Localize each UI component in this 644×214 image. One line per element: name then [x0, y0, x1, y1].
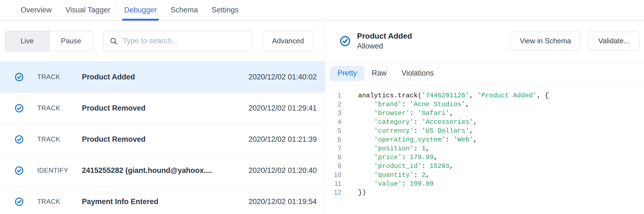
- event-list: TRACK Product Added 2020/12/02 01:40:02 …: [0, 61, 325, 213]
- search-input[interactable]: [123, 37, 246, 45]
- code-line: 7 'position': 1,: [325, 144, 644, 153]
- code-line: 5 'currency': 'US Dollars',: [325, 126, 644, 135]
- line-number: 11: [325, 180, 341, 188]
- line-number: 10: [325, 171, 341, 179]
- line-number: 6: [325, 136, 341, 143]
- check-circle-icon: [15, 197, 24, 206]
- code-viewer: 1 analytics.track('7446291126', 'Product…: [325, 85, 644, 213]
- event-name: Product Removed: [82, 104, 146, 113]
- event-row[interactable]: TRACK Product Added 2020/12/02 01:40:02: [0, 61, 325, 93]
- code-line: 6 'operating_system': 'Web',: [325, 135, 644, 144]
- view-in-schema-button[interactable]: View in Schema: [510, 32, 581, 50]
- check-circle-icon: [15, 73, 24, 82]
- code-content: }): [358, 189, 366, 196]
- event-row[interactable]: TRACK Product Removed 2020/12/02 01:29:4…: [0, 93, 325, 124]
- event-timestamp: 2020/12/02 01:19:54: [248, 197, 317, 206]
- check-circle-icon: [15, 135, 24, 144]
- code-line: 2 'brand': 'Acne Studios',: [325, 100, 644, 109]
- line-number: 12: [325, 189, 341, 196]
- code-content: 'category': 'Accessories',: [358, 118, 477, 126]
- code-content: 'quantity': 2,: [358, 171, 430, 179]
- code-line: 12 }): [325, 188, 644, 197]
- code-view-tabs: PrettyRawViolations: [325, 61, 644, 85]
- code-content: 'value': 199.99: [358, 180, 434, 188]
- check-circle-icon: [15, 104, 24, 113]
- nav-tab-schema[interactable]: Schema: [171, 0, 198, 20]
- code-line: 1 analytics.track('7446291126', 'Product…: [325, 91, 644, 100]
- event-type: TRACK: [37, 73, 82, 81]
- detail-header: Product Added Allowed View in Schema Val…: [325, 21, 644, 61]
- code-content: 'brand': 'Acne Studios',: [358, 101, 469, 108]
- debugger-event-list-panel: Live Pause Advanced TRACK Product Added …: [0, 21, 325, 213]
- code-content: 'currency': 'US Dollars',: [358, 127, 473, 135]
- line-number: 3: [325, 109, 341, 117]
- nav-tab-settings[interactable]: Settings: [212, 0, 239, 20]
- event-detail-panel: Product Added Allowed View in Schema Val…: [325, 21, 644, 213]
- event-type: TRACK: [37, 198, 82, 205]
- top-nav: OverviewVisual TaggerDebuggerSchemaSetti…: [0, 0, 644, 21]
- code-line: 9 'product_id': 15203,: [325, 162, 644, 170]
- detail-title: Product Added: [357, 32, 412, 41]
- code-line: 3 'browser': 'Safari',: [325, 109, 644, 117]
- line-number: 7: [325, 145, 341, 152]
- code-content: 'operating_system': 'Web',: [358, 136, 477, 143]
- line-number: 1: [325, 92, 341, 99]
- event-row[interactable]: IDENTIFY 2415255282 (giant.hound@yahoox.…: [0, 155, 325, 186]
- list-controls: Live Pause Advanced: [0, 21, 325, 61]
- code-content: 'price': 179.99,: [358, 154, 438, 161]
- code-line: 8 'price': 179.99,: [325, 153, 644, 162]
- event-timestamp: 2020/12/02 01:20:40: [248, 166, 317, 175]
- line-number: 8: [325, 153, 341, 161]
- line-number: 4: [325, 118, 341, 126]
- detail-status: Allowed: [357, 42, 412, 50]
- event-type: TRACK: [37, 104, 82, 112]
- check-circle-icon: [15, 166, 24, 175]
- event-row[interactable]: TRACK Product Removed 2020/12/02 01:21:3…: [0, 124, 325, 155]
- nav-tab-debugger[interactable]: Debugger: [124, 0, 157, 20]
- event-type: IDENTIFY: [37, 167, 82, 174]
- tab-violations[interactable]: Violations: [394, 66, 441, 81]
- event-timestamp: 2020/12/02 01:21:39: [248, 135, 317, 144]
- code-content: 'position': 1,: [358, 145, 430, 152]
- line-number: 5: [325, 127, 341, 135]
- line-number: 2: [325, 100, 341, 108]
- live-button[interactable]: Live: [5, 31, 49, 51]
- validate-button[interactable]: Validate...: [589, 32, 639, 50]
- code-line: 11 'value': 199.99: [325, 179, 644, 188]
- line-number: 9: [325, 162, 341, 170]
- live-pause-toggle: Live Pause: [5, 31, 93, 51]
- code-line: 4 'category': 'Accessories',: [325, 117, 644, 126]
- code-content: 'browser': 'Safari',: [358, 109, 454, 117]
- nav-tab-overview[interactable]: Overview: [21, 0, 52, 20]
- check-circle-icon: [340, 36, 351, 47]
- nav-tab-visual-tagger[interactable]: Visual Tagger: [66, 0, 111, 20]
- search-box: [103, 31, 253, 51]
- event-timestamp: 2020/12/02 01:40:02: [248, 73, 317, 81]
- tab-pretty[interactable]: Pretty: [330, 66, 364, 81]
- event-name: Payment Info Entered: [82, 197, 159, 206]
- search-icon: [109, 37, 118, 45]
- code-content: 'product_id': 15203,: [358, 162, 454, 170]
- event-row[interactable]: TRACK Payment Info Entered 2020/12/02 01…: [0, 186, 325, 213]
- code-content: analytics.track('7446291126', 'Product A…: [358, 92, 549, 99]
- advanced-button[interactable]: Advanced: [262, 31, 314, 51]
- event-name: 2415255282 (giant.hound@yahoox....: [82, 166, 212, 175]
- event-name: Product Added: [82, 73, 135, 81]
- pause-button[interactable]: Pause: [49, 31, 93, 51]
- tab-raw[interactable]: Raw: [364, 66, 394, 81]
- event-timestamp: 2020/12/02 01:29:41: [248, 104, 317, 113]
- code-line: 10 'quantity': 2,: [325, 170, 644, 179]
- event-type: TRACK: [37, 135, 82, 143]
- event-name: Product Removed: [82, 135, 146, 144]
